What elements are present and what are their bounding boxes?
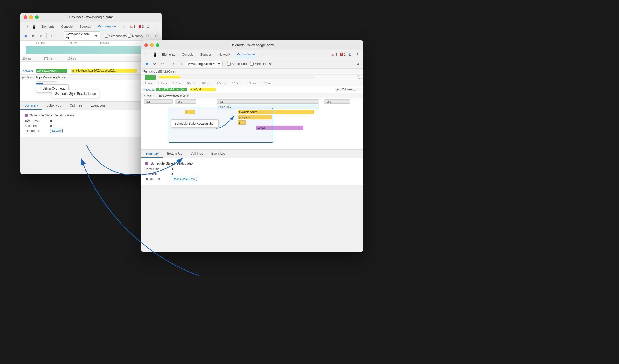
warning-icon-1: ⚠ <box>130 25 133 28</box>
url-label-1: www.google.com #1 <box>66 32 94 40</box>
gear-icon-1[interactable]: ⚙ <box>153 33 159 39</box>
recalculate-link-2[interactable]: Recalculate Style <box>171 177 197 181</box>
layout-bar: Layout <box>256 126 303 130</box>
network-bar-2-1: color_272x92dp.png (w... <box>156 88 187 91</box>
settings-icon-1[interactable]: ⚙ <box>144 23 152 30</box>
main-section-1: ▶ Main — https://www.google.com/ <box>20 75 162 80</box>
summary-tab-1[interactable]: Summary <box>20 102 42 110</box>
screenshots-checkbox-2[interactable]: Screenshots <box>227 62 249 66</box>
close-button-1[interactable] <box>24 15 27 19</box>
upload-btn-1[interactable]: ↑ <box>49 33 55 39</box>
memory-check-1[interactable] <box>128 34 131 38</box>
parse-html-bar: Parse HTML <box>217 105 319 109</box>
warning-badge-2: ⚠ 4 <box>331 52 337 56</box>
sub-mark-3: 176 ms <box>67 57 76 60</box>
download-btn-1[interactable]: ↓ <box>56 33 62 39</box>
memory-check-2[interactable] <box>250 62 254 66</box>
ruler-mark-1: 996 ms <box>36 42 45 44</box>
url-selector-2[interactable]: www.google.com #2 ▼ <box>186 61 223 67</box>
task-bar-2-2: Task <box>175 99 196 104</box>
summary-tab-2[interactable]: Summary <box>141 150 163 158</box>
reload-btn-2[interactable]: ↺ <box>151 61 158 67</box>
upload-btn-2[interactable]: ↑ <box>170 61 177 67</box>
download-btn-2[interactable]: ↓ <box>178 61 185 67</box>
bottom-up-tab-1[interactable]: Bottom-Up <box>42 102 65 110</box>
tab-elements-2[interactable]: Elements <box>159 51 178 58</box>
error-badge-2: ! 2 <box>340 53 346 56</box>
more-icon-1[interactable]: ⋮ <box>152 23 159 30</box>
event-log-tab-1[interactable]: Event Log <box>87 102 109 110</box>
flame-chart-1: Task Profiling Overhead Schedule Style R… <box>20 80 162 101</box>
device-icon[interactable]: 📱 <box>30 23 38 30</box>
reveal-link-1[interactable]: Reveal <box>50 129 63 133</box>
tab-performance-1[interactable]: Performance <box>95 23 119 30</box>
url-label-2: www.google.com #2 <box>188 62 216 66</box>
toolbar-2: ⏺ ↺ ⊘ ↑ ↓ www.google.com #2 ▼ Screenshot… <box>141 59 363 69</box>
clear-btn-2[interactable]: ⊘ <box>159 61 166 67</box>
network-bar-2-2: NUn3,qd... <box>190 88 216 91</box>
minimize-button-2[interactable] <box>150 43 154 47</box>
color-dot-2 <box>145 162 148 165</box>
summary-title-1: Schedule Style Recalculation <box>25 113 157 117</box>
clear-btn-1[interactable]: ⊘ <box>38 33 44 39</box>
tab-sources-2[interactable]: Sources <box>197 51 215 58</box>
initiator-row-2: Initiator for Recalculate Style <box>145 177 359 181</box>
screenshots-check-1[interactable] <box>105 34 108 38</box>
screenshots-checkbox-1[interactable]: Screenshots <box>105 34 127 38</box>
tab-console-2[interactable]: Console <box>179 51 197 58</box>
more-icon-2[interactable]: ⋮ <box>354 51 361 58</box>
summary-panel-1: Schedule Style Recalculation Total Time … <box>20 110 162 137</box>
settings-icon-2[interactable]: ⚙ <box>346 51 353 58</box>
url-selector-1[interactable]: www.google.com #1 ▼ <box>64 31 100 41</box>
call-tree-tab-2[interactable]: Call Tree <box>186 150 207 158</box>
schedule-tooltip: Schedule Style Recalculation <box>52 90 99 98</box>
sub-mark-2-4: 162 ms <box>187 82 196 85</box>
event-log-tab-2[interactable]: Event Log <box>207 150 230 158</box>
call-tree-tab-1[interactable]: Call Tree <box>66 102 87 110</box>
record-btn-2[interactable]: ⏺ <box>143 61 150 67</box>
ruler-mark-3: 2996 ms <box>99 42 109 44</box>
maximize-button-2[interactable] <box>156 43 159 47</box>
sep-1 <box>46 33 47 39</box>
evaluate-script-bar: Evaluate Script <box>238 110 314 114</box>
sep-3 <box>168 61 168 67</box>
sub-ruler-2: 147 ms 152 ms 157 ms 162 ms 167 ms 172 m… <box>141 81 363 86</box>
reload-btn-1[interactable]: ↺ <box>30 33 37 39</box>
memory-icon-1[interactable]: ⚙ <box>144 33 151 39</box>
memory-checkbox-1[interactable]: Memory <box>128 34 143 38</box>
warning-icon-2: ⚠ <box>331 52 335 56</box>
close-button-2[interactable] <box>144 43 148 47</box>
sub-mark-2-2: 152 ms <box>158 82 167 85</box>
screenshots-check-2[interactable] <box>227 62 231 66</box>
sub-mark-2-8: 182 ms <box>247 82 256 85</box>
tab-more-1[interactable]: » <box>119 23 128 30</box>
tab-sources-1[interactable]: Sources <box>76 23 94 30</box>
warning-count-2: 4 <box>335 53 337 56</box>
memory-icon-2[interactable]: ⚙ <box>267 61 274 67</box>
device-icon-2[interactable]: 📱 <box>151 51 158 58</box>
schedule-tooltip-2: Schedule Style Recalculation <box>171 119 219 128</box>
cpu-net-labels: CPU NET <box>357 75 362 80</box>
gear-icon-2[interactable]: ⚙ <box>354 61 361 67</box>
tab-more-2[interactable]: » <box>259 51 267 58</box>
summary-panel-2: Schedule Style Recalculation Total Time … <box>141 158 363 185</box>
tab-console-1[interactable]: Console <box>58 23 76 30</box>
color-dot-1 <box>25 114 28 117</box>
devtools-window-1: DevTools - www.google.com/ ⬚ 📱 Elements … <box>20 13 162 174</box>
inspect-icon[interactable]: ⬚ <box>22 23 30 30</box>
bottom-up-tab-2[interactable]: Bottom-Up <box>163 150 186 158</box>
tab-network-2[interactable]: Network <box>215 51 233 58</box>
sub-mark-2-7: 177 ms <box>232 82 241 85</box>
sub-mark-2-1: 147 ms <box>143 82 152 85</box>
tab-performance-2[interactable]: Performance <box>234 51 258 58</box>
maximize-button-1[interactable] <box>35 15 39 19</box>
memory-checkbox-2[interactable]: Memory <box>250 62 266 66</box>
inspect-icon-2[interactable]: ⬚ <box>143 51 151 58</box>
minimize-button-1[interactable] <box>29 15 33 19</box>
summary-title-2: Schedule Style Recalculation <box>145 161 359 165</box>
network-track-2: Network color_272x92dp.png (w... NUn3,qd… <box>141 86 363 93</box>
tab-elements-1[interactable]: Elements <box>38 23 58 30</box>
record-btn-1[interactable]: ⏺ <box>22 33 29 39</box>
sub-mark-2-5: 167 ms <box>202 82 210 85</box>
sub-mark-2: 171 ms <box>44 57 53 60</box>
